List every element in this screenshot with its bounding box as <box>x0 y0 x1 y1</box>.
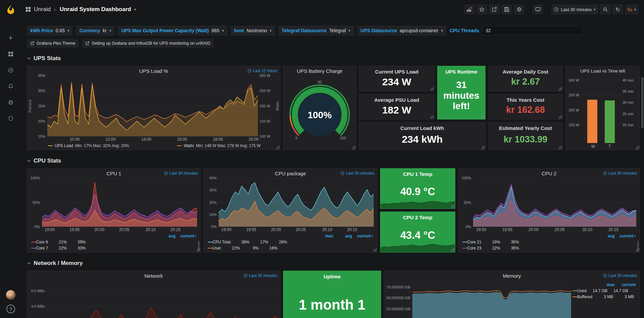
sidebar-explore-button[interactable] <box>4 64 18 77</box>
sidebar-server-admin-button[interactable] <box>4 112 18 125</box>
series-name[interactable]: Core 7 <box>36 246 48 251</box>
legend-header-avg[interactable]: avg <box>596 234 614 238</box>
panel-title[interactable]: Estimated Yearly Cost <box>489 125 562 131</box>
series-name[interactable]: Watts <box>184 143 194 148</box>
series-name[interactable]: CPU Total <box>213 240 231 244</box>
panel-time-range[interactable]: Last 12 hours <box>247 69 277 73</box>
panel-resize-handle[interactable] <box>481 146 485 149</box>
variable-ups-max-output[interactable]: UPS Max Output Power Capacity (Watt) 865… <box>118 26 227 36</box>
save-dashboard-button[interactable] <box>501 4 512 14</box>
refresh-interval-button[interactable]: 5s ▾ <box>625 4 639 14</box>
series-name[interactable]: Core 23 <box>467 246 481 251</box>
sidebar-dashboards-button[interactable] <box>4 48 18 60</box>
add-panel-button[interactable] <box>464 4 475 14</box>
network-chart[interactable] <box>47 280 280 318</box>
panel-resize-handle[interactable] <box>636 248 639 252</box>
bar-chart[interactable] <box>581 76 621 143</box>
page-title[interactable]: Unraid System Dashboard <box>60 6 131 13</box>
panel-resize-handle[interactable] <box>430 87 434 91</box>
variable-ups-datasource[interactable]: UPS Datasource apcupsd-container ▾ <box>357 26 447 36</box>
help-button[interactable]: ? <box>6 305 15 313</box>
legend-header-avg[interactable]: avg <box>156 234 175 238</box>
panel-title[interactable]: Network <box>144 273 163 279</box>
panel-resize-handle[interactable] <box>636 146 639 149</box>
window-scrollbar[interactable] <box>641 77 643 128</box>
panel-time-range[interactable]: Last 30 minutes <box>603 273 637 278</box>
cpu2-chart[interactable] <box>473 178 636 227</box>
panel-title[interactable]: CPU 1 <box>106 171 121 176</box>
star-dashboard-button[interactable] <box>476 4 487 14</box>
bar-time-left[interactable] <box>605 100 615 143</box>
zoom-out-button[interactable] <box>600 4 611 14</box>
series-name[interactable]: User <box>213 246 221 251</box>
ups-load-chart[interactable] <box>47 76 258 136</box>
panel-title[interactable]: CPU 1 Temp <box>380 171 455 177</box>
panel-resize-handle[interactable] <box>559 87 562 91</box>
link-grafana-plex-theme[interactable]: Grafana Plex Theme <box>27 39 79 48</box>
panel-resize-handle[interactable] <box>352 146 356 149</box>
variable-value[interactable]: kr <box>103 28 107 33</box>
panel-title[interactable]: This Years Cost <box>489 97 562 103</box>
link-ups-monitoring-guide[interactable]: Setting up Grafana and InfluxDB for UPS … <box>82 39 214 48</box>
section-ups-stats[interactable]: UPS Stats <box>27 55 640 62</box>
cpu-threads-input[interactable] <box>482 26 583 35</box>
refresh-button[interactable]: ↻ <box>612 4 623 14</box>
avatar[interactable] <box>6 290 16 300</box>
dashboard-settings-button[interactable]: ⚙ <box>514 4 524 14</box>
variable-value[interactable]: Nostromo <box>246 28 267 33</box>
legend-header-max[interactable]: max <box>314 234 333 238</box>
panel-title[interactable]: UPS Battery Charge <box>297 68 342 74</box>
section-cpu-stats[interactable]: CPU Stats <box>27 157 640 164</box>
panel-resize-handle[interactable] <box>559 146 562 149</box>
panel-time-range[interactable]: Last 30 minutes <box>340 171 374 176</box>
legend-header-current[interactable]: current <box>614 234 633 238</box>
panel-time-range[interactable]: Last 30 minutes <box>603 171 637 176</box>
panel-resize-handle[interactable] <box>451 248 455 252</box>
bar-watts[interactable] <box>587 100 597 143</box>
legend-header-avg[interactable]: avg <box>333 234 352 238</box>
legend-header-current[interactable]: current <box>615 282 636 287</box>
variable-value[interactable]: 865 <box>212 28 219 33</box>
legend-header-max[interactable]: max <box>594 282 615 287</box>
series-name[interactable]: Core 21 <box>467 240 481 244</box>
breadcrumb-folder[interactable]: Unraid <box>34 6 51 13</box>
title-caret-icon[interactable]: ▾ <box>134 7 136 12</box>
panel-title[interactable]: CPU package <box>275 171 306 176</box>
series-name[interactable]: Core 6 <box>36 240 48 244</box>
variable-host[interactable]: host Nostromo ▾ <box>231 26 275 36</box>
panel-resize-handle[interactable] <box>430 116 434 119</box>
panel-title[interactable]: CPU 2 <box>542 171 556 176</box>
variable-kwh-price[interactable]: kWh Price 0.65 ▾ <box>27 26 73 36</box>
section-network-memory[interactable]: Network / Memory <box>27 260 640 267</box>
panel-title[interactable]: Current UPS Load <box>359 69 434 75</box>
series-name[interactable]: Used <box>577 288 587 293</box>
tv-mode-button[interactable] <box>533 4 543 14</box>
legend-header-current[interactable]: current <box>175 234 194 238</box>
variable-value[interactable]: Telegraf <box>329 28 346 33</box>
share-dashboard-button[interactable] <box>489 4 500 14</box>
panel-resize-handle[interactable] <box>451 205 455 208</box>
panel-time-range[interactable]: Last 30 minutes <box>243 273 277 278</box>
panel-title[interactable]: Uptime <box>283 274 381 279</box>
variable-value[interactable]: 0.65 <box>56 28 65 33</box>
variable-currency[interactable]: Currency kr ▾ <box>76 26 114 36</box>
panel-time-range[interactable]: Last 30 minutes <box>164 171 198 176</box>
panel-title[interactable]: Current Load kWh <box>359 125 485 131</box>
panel-title[interactable]: Average PSU Load <box>359 97 434 103</box>
series-name[interactable]: UPS Load <box>55 143 73 148</box>
variable-value[interactable]: apcupsd-container <box>400 28 439 33</box>
sidebar-alerting-button[interactable] <box>4 80 18 93</box>
grafana-logo[interactable] <box>3 3 19 17</box>
legend-header-current[interactable]: current <box>352 234 371 238</box>
panel-resize-handle[interactable] <box>276 146 280 149</box>
series-name[interactable]: Buffered <box>577 294 592 299</box>
sidebar-create-button[interactable]: + <box>4 32 18 44</box>
panel-resize-handle[interactable] <box>559 116 562 119</box>
panel-resize-handle[interactable] <box>481 116 485 119</box>
panel-resize-handle[interactable] <box>373 248 377 252</box>
variable-telegraf-datasource[interactable]: Telegraf Datasource Telegraf ▾ <box>278 26 354 36</box>
panel-title[interactable]: UPS Load % <box>139 68 168 74</box>
panel-title[interactable]: UPS Load vs Time left <box>580 69 625 74</box>
memory-chart[interactable] <box>412 280 571 318</box>
panel-title[interactable]: CPU 2 Temp <box>380 215 455 220</box>
